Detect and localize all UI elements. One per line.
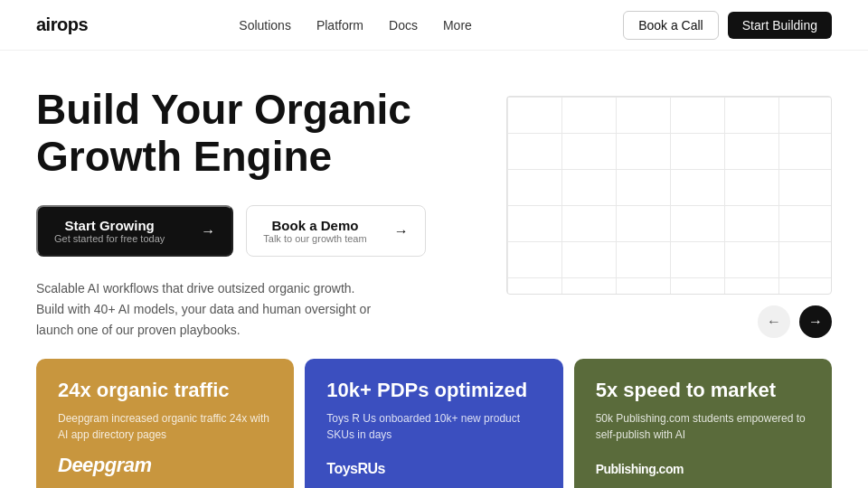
nav-solutions[interactable]: Solutions: [239, 18, 291, 33]
stat-content: 10k+ PDPs optimized Toys R Us onboarded …: [326, 379, 541, 442]
hero-chart: [506, 96, 832, 295]
hero-right: ← →: [506, 87, 832, 341]
hero-section: Build Your Organic Growth Engine Start G…: [0, 51, 868, 341]
hero-description: Scalable AI workflows that drive outsize…: [36, 278, 380, 341]
navbar: airops Solutions Platform Docs More Book…: [0, 0, 868, 51]
start-growing-button[interactable]: Start Growing Get started for free today…: [36, 205, 233, 257]
hero-left: Build Your Organic Growth Engine Start G…: [36, 87, 470, 341]
cta-secondary-arrow: →: [394, 223, 409, 239]
stat-content: 24x organic traffic Deepgram increased o…: [58, 379, 272, 442]
cta-secondary-text: Book a Demo Talk to our growth team: [263, 218, 366, 244]
hero-title: Build Your Organic Growth Engine: [36, 87, 470, 180]
start-building-button[interactable]: Start Building: [728, 12, 832, 39]
cta-primary-arrow: →: [201, 223, 215, 239]
nav-more[interactable]: More: [443, 18, 472, 33]
nav-docs[interactable]: Docs: [389, 18, 418, 33]
stats-row: 24x organic traffic Deepgram increased o…: [0, 341, 868, 488]
nav-links: Solutions Platform Docs More: [239, 18, 472, 33]
stat-card-publishing: 5x speed to market 50k Publishing.com st…: [574, 359, 832, 488]
stat-card-toysrus: 10k+ PDPs optimized Toys R Us onboarded …: [305, 359, 562, 488]
carousel-arrows: ← →: [758, 305, 832, 338]
book-demo-button[interactable]: Book a Demo Talk to our growth team →: [246, 205, 425, 257]
book-call-button[interactable]: Book a Call: [623, 11, 719, 40]
carousel-next-button[interactable]: →: [799, 305, 832, 338]
logo: airops: [36, 14, 88, 35]
toysrus-logo: ToysRUs: [326, 461, 541, 477]
nav-platform[interactable]: Platform: [316, 18, 363, 33]
cta-primary-text: Start Growing Get started for free today: [54, 218, 165, 244]
carousel-prev-button[interactable]: ←: [758, 305, 790, 338]
deepgram-logo: Deepgram: [58, 454, 272, 477]
stat-content: 5x speed to market 50k Publishing.com st…: [596, 379, 810, 442]
stat-card-deepgram: 24x organic traffic Deepgram increased o…: [36, 359, 294, 488]
publishing-logo: Publishing.com: [596, 461, 810, 477]
nav-actions: Book a Call Start Building: [623, 11, 832, 40]
hero-ctas: Start Growing Get started for free today…: [36, 205, 470, 257]
